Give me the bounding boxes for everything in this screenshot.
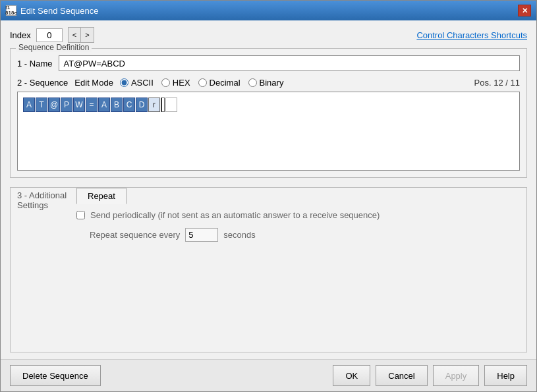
send-periodically-row: Send periodically (if not sent as an aut… [76,210,520,220]
nav-prev-button[interactable]: < [69,28,81,42]
hex-label: HEX [173,78,190,88]
seq-cell-1[interactable]: T [36,98,47,112]
index-row: Index < > Control Characters Shortcuts [10,27,527,43]
sequence-definition-group: Sequence Definition 1 - Name 2 - Sequenc… [10,48,527,178]
sequence-row: 2 - Sequence Edit Mode ASCII HEX Decimal [17,78,520,88]
close-button[interactable]: ✕ [518,5,531,16]
seq-cell-8[interactable]: C [123,98,135,112]
sequence-label: 2 - Sequence [17,78,68,88]
delete-sequence-button[interactable]: Delete Sequence [10,365,101,386]
title-bar-left: f1818e Edit Send Sequence [6,5,99,16]
seq-cell-5[interactable]: = [86,98,98,112]
nav-buttons: < > [68,27,94,43]
radio-binary[interactable]: Binary [248,78,284,88]
binary-label: Binary [260,78,284,88]
control-chars-link[interactable]: Control Characters Shortcuts [416,30,527,40]
nav-next-button[interactable]: > [81,28,93,42]
cursor-cell [161,98,165,112]
seq-cell-10[interactable]: r [148,98,160,112]
additional-settings-group: 3 - AdditionalSettings Repeat Send perio… [10,187,527,352]
seq-cell-7[interactable]: B [111,98,123,112]
send-periodically-label: Send periodically (if not sent as an aut… [90,210,380,220]
sequence-editor[interactable]: A T @ P W = A B C D r [17,92,520,171]
additional-label: 3 - AdditionalSettings [17,188,70,242]
repeat-input[interactable] [185,228,218,242]
additional-two-col: 3 - AdditionalSettings Repeat Send perio… [17,188,520,242]
repeat-row: Repeat sequence every seconds [76,228,520,242]
window-title: Edit Send Sequence [20,6,99,16]
cancel-button[interactable]: Cancel [376,365,427,386]
seq-cell-6[interactable]: A [98,98,110,112]
index-input[interactable] [36,28,63,42]
title-bar: f1818e Edit Send Sequence ✕ [1,1,536,20]
tab-content: Repeat Send periodically (if not sent as… [76,188,520,242]
seq-cell-3[interactable]: P [61,98,72,112]
send-periodically-checkbox[interactable] [76,211,85,219]
repeat-label: Repeat sequence every [90,230,180,240]
radio-decimal[interactable]: Decimal [198,78,240,88]
radio-ascii[interactable]: ASCII [120,78,154,88]
radio-hex[interactable]: HEX [161,78,190,88]
index-label: Index [10,30,31,40]
edit-mode-label: Edit Mode [74,78,113,88]
empty-cell[interactable] [165,98,177,112]
seq-cell-9[interactable]: D [136,98,148,112]
ok-button[interactable]: OK [333,365,370,386]
content-area: Index < > Control Characters Shortcuts S… [1,20,536,359]
apply-button[interactable]: Apply [433,365,480,386]
name-label: 1 - Name [17,59,52,69]
decimal-label: Decimal [210,78,240,88]
ascii-label: ASCII [131,78,154,88]
app-icon: f1818e [6,5,16,16]
help-button[interactable]: Help [484,365,527,386]
seq-cell-4[interactable]: W [73,98,85,112]
seq-cell-0[interactable]: A [23,98,35,112]
tab-bar: Repeat [76,187,520,204]
seconds-label: seconds [223,230,255,240]
main-window: f1818e Edit Send Sequence ✕ Index < > Co… [0,0,537,392]
pos-label: Pos. 12 / 11 [474,78,520,88]
radio-group: ASCII HEX Decimal Binary [120,78,284,88]
name-field-row: 1 - Name [17,55,520,71]
seq-cell-2[interactable]: @ [48,98,60,112]
additional-settings-inner: 3 - AdditionalSettings Repeat Send perio… [11,188,526,352]
name-input[interactable] [59,55,520,71]
bottom-buttons: OK Cancel Apply Help [333,365,527,386]
index-left: Index < > [10,27,94,43]
tab-repeat[interactable]: Repeat [76,188,127,204]
bottom-bar: Delete Sequence OK Cancel Apply Help [1,359,536,391]
seq-def-title: Sequence Definition [16,43,92,52]
